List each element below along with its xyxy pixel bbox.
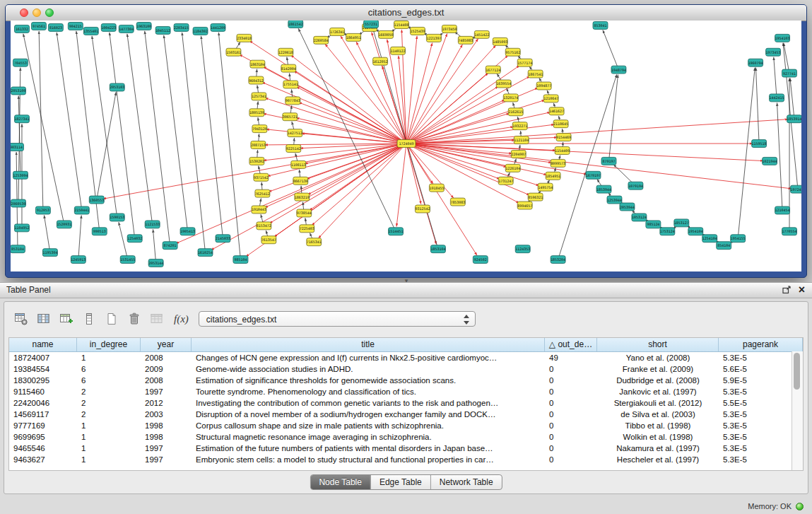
graph-node[interactable]: 990513 [92, 228, 107, 235]
graph-node[interactable]: 1973450 [442, 25, 457, 33]
graph-node[interactable]: 7853083 [450, 198, 465, 206]
graph-node[interactable]: 1094877 [536, 82, 551, 90]
graph-edge[interactable] [409, 144, 512, 153]
graph-node[interactable]: 1972455 [791, 185, 801, 193]
delete-column-icon[interactable] [79, 310, 99, 328]
graph-edge[interactable] [406, 36, 417, 141]
graph-node[interactable]: 2053103 [110, 83, 124, 91]
delete-table-icon[interactable] [124, 310, 144, 328]
tab-network-table[interactable]: Network Table [431, 475, 502, 489]
tab-node-table[interactable]: Node Table [310, 475, 371, 489]
graph-node[interactable]: 2060530 [11, 199, 25, 207]
graph-node[interactable]: 557231 [364, 21, 379, 28]
graph-node[interactable]: 2260584 [314, 36, 329, 44]
graph-node[interactable]: 1679197 [586, 171, 601, 179]
graph-node[interactable]: 704553 [13, 59, 28, 66]
graph-node[interactable]: 1731247 [498, 177, 513, 185]
graph-edge[interactable] [78, 215, 81, 257]
column-header-year[interactable]: year [141, 338, 192, 351]
graph-node[interactable]: 816023 [48, 23, 63, 31]
graph-node[interactable]: 1124353 [515, 245, 530, 253]
graph-edge[interactable] [774, 57, 777, 95]
create-column-icon[interactable] [57, 310, 76, 328]
graph-node[interactable]: 2053944 [620, 203, 635, 211]
graph-edge[interactable] [609, 75, 618, 158]
graph-node[interactable]: 8994657 [517, 201, 532, 209]
graph-node[interactable]: 8099573 [551, 159, 565, 167]
graph-node[interactable]: 9575162 [505, 48, 520, 56]
graph-node[interactable]: 1755141 [283, 81, 298, 88]
graph-edge[interactable] [44, 215, 49, 250]
graph-node[interactable]: 2334018 [237, 34, 252, 42]
graph-edge[interactable] [164, 35, 187, 229]
graph-edge[interactable] [790, 78, 794, 117]
graph-edge[interactable] [739, 68, 755, 236]
graph-node[interactable]: 1045112 [155, 26, 170, 34]
graph-edge[interactable] [301, 134, 404, 144]
graph-node[interactable]: 1960794 [748, 59, 763, 66]
graph-edge[interactable] [756, 68, 759, 141]
graph-node[interactable]: 1827341 [14, 115, 29, 123]
graph-node[interactable]: 1451422 [474, 30, 489, 38]
graph-edge[interactable] [145, 31, 170, 243]
graph-node[interactable]: 1726341 [330, 28, 345, 35]
graph-node[interactable]: 1520931 [57, 221, 71, 228]
graph-edge[interactable] [783, 43, 798, 187]
table-row[interactable]: 1872400712008Changes of HCN gene express… [9, 352, 803, 363]
graph-edge[interactable] [201, 36, 223, 235]
graph-node[interactable]: 9738544 [297, 209, 312, 217]
graph-edge[interactable] [409, 144, 763, 160]
graph-node[interactable]: 1905413 [180, 228, 195, 235]
graph-node[interactable]: 1853104 [430, 245, 445, 253]
graph-edge[interactable] [119, 222, 127, 257]
table-row[interactable]: 969969511998Structural magnetic resonanc… [9, 431, 803, 443]
graph-node[interactable]: 1021944 [763, 157, 777, 165]
graph-node[interactable]: 1320174 [503, 94, 518, 102]
graph-edge[interactable] [408, 45, 462, 141]
graph-node[interactable]: 9154469 [556, 134, 571, 141]
graph-node[interactable]: 1184302 [193, 27, 208, 35]
graph-node[interactable]: 1355401 [83, 27, 98, 35]
graph-node[interactable]: 903114 [11, 144, 23, 151]
graph-node[interactable]: 1514451 [389, 228, 404, 235]
graph-node[interactable]: 1121104 [514, 136, 529, 144]
graph-node[interactable]: 1863104 [250, 60, 265, 68]
table-row[interactable]: 946554611997Estimation of the future num… [9, 443, 803, 454]
graph-node[interactable]: 1590153 [110, 214, 124, 221]
graph-node[interactable]: 2162615 [508, 108, 523, 116]
graph-node[interactable]: 1954103 [775, 34, 790, 42]
graph-edge[interactable] [265, 145, 404, 208]
graph-edge[interactable] [613, 165, 633, 184]
graph-edge[interactable] [777, 103, 782, 207]
graph-node[interactable]: 1253094 [13, 171, 28, 179]
graph-node[interactable]: 7943120 [252, 125, 267, 133]
network-window-titlebar[interactable]: citations_edges.txt [6, 5, 806, 21]
graph-node[interactable]: 1954104 [688, 228, 703, 235]
graph-node[interactable]: 1932271 [512, 122, 527, 130]
graph-edge[interactable] [23, 34, 64, 222]
table-row[interactable]: 977716911998Corpus callosum shape and si… [9, 420, 803, 431]
table-row[interactable]: 946362711997Embryonic stem cells: a mode… [9, 454, 803, 465]
table-mode-icon[interactable] [11, 310, 31, 328]
graph-node[interactable]: 7485083 [458, 36, 473, 44]
graph-edge[interactable] [57, 33, 81, 208]
graph-node[interactable]: 1495754 [538, 183, 553, 191]
graph-node[interactable]: 1861542 [288, 21, 303, 28]
graph-node[interactable]: 1612052 [373, 57, 388, 65]
graph-node[interactable]: 1104952 [14, 224, 29, 232]
graph-node[interactable]: 1610254 [198, 249, 213, 257]
network-canvas[interactable]: 1724049186310496043121257341180513979431… [11, 21, 801, 271]
graph-node[interactable]: 1154409 [555, 146, 570, 154]
graph-node[interactable]: 1442415 [770, 94, 784, 102]
graph-node[interactable]: 2204907 [511, 150, 526, 158]
graph-node[interactable]: 8153472 [257, 222, 271, 230]
graph-node[interactable]: 1525439 [410, 27, 425, 35]
graph-node[interactable]: 2110645 [553, 120, 568, 128]
graph-node[interactable]: 1159518 [752, 140, 767, 148]
graph-edge[interactable] [290, 55, 404, 142]
graph-node[interactable]: 853041 [593, 21, 608, 29]
graph-node[interactable]: 1226104 [505, 164, 520, 172]
column-header-out_de[interactable]: △ out_de… [545, 338, 597, 351]
graph-edge[interactable] [603, 30, 618, 67]
graph-node[interactable]: 9371542 [254, 173, 269, 181]
